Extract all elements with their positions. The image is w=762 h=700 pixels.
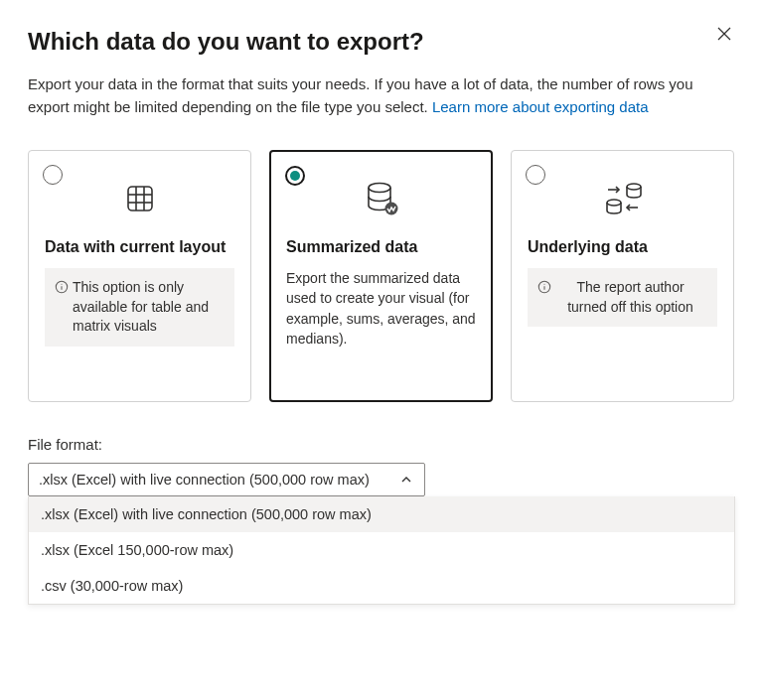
learn-more-link[interactable]: Learn more about exporting data bbox=[432, 98, 649, 115]
radio-summarized[interactable] bbox=[285, 166, 305, 186]
export-options: Data with current layout This option is … bbox=[28, 150, 734, 402]
dialog-title: Which data do you want to export? bbox=[28, 28, 734, 56]
dropdown-option-csv[interactable]: .csv (30,000-row max) bbox=[29, 568, 734, 604]
card-desc-summarized: Export the summarized data used to creat… bbox=[286, 268, 476, 349]
card-note-underlying: The report author turned off this option bbox=[528, 268, 717, 327]
intro-text: Export your data in the format that suit… bbox=[28, 73, 723, 118]
svg-point-12 bbox=[627, 184, 641, 190]
chevron-up-icon bbox=[400, 474, 412, 486]
table-layout-icon bbox=[45, 171, 234, 226]
info-icon bbox=[55, 280, 69, 294]
radio-underlying[interactable] bbox=[526, 165, 545, 185]
info-icon bbox=[537, 280, 551, 294]
svg-point-9 bbox=[61, 284, 62, 285]
database-swap-icon bbox=[528, 171, 717, 226]
file-format-label: File format: bbox=[28, 436, 734, 453]
option-current-layout[interactable]: Data with current layout This option is … bbox=[28, 150, 251, 402]
radio-current-layout[interactable] bbox=[43, 165, 63, 185]
close-icon bbox=[716, 26, 732, 42]
card-title-underlying: Underlying data bbox=[528, 238, 717, 256]
dropdown-option-xlsx-live[interactable]: .xlsx (Excel) with live connection (500,… bbox=[29, 496, 734, 532]
dropdown-selected-text: .xlsx (Excel) with live connection (500,… bbox=[39, 472, 370, 488]
card-title-layout: Data with current layout bbox=[45, 238, 234, 256]
svg-point-16 bbox=[543, 284, 544, 285]
file-format-options: .xlsx (Excel) with live connection (500,… bbox=[28, 496, 735, 605]
dropdown-option-xlsx[interactable]: .xlsx (Excel 150,000-row max) bbox=[29, 532, 734, 568]
card-note-text: The report author turned off this option bbox=[555, 278, 705, 317]
card-note-layout: This option is only available for table … bbox=[45, 268, 234, 347]
database-icon bbox=[286, 171, 476, 226]
svg-point-10 bbox=[369, 184, 390, 193]
close-button[interactable] bbox=[714, 24, 734, 44]
card-note-text: This option is only available for table … bbox=[73, 278, 223, 337]
svg-rect-2 bbox=[128, 187, 152, 210]
option-underlying[interactable]: Underlying data The report author turned… bbox=[511, 150, 734, 402]
svg-point-13 bbox=[607, 200, 621, 206]
card-title-summarized: Summarized data bbox=[286, 238, 476, 256]
option-summarized[interactable]: Summarized data Export the summarized da… bbox=[269, 150, 493, 402]
file-format-dropdown[interactable]: .xlsx (Excel) with live connection (500,… bbox=[28, 463, 425, 496]
